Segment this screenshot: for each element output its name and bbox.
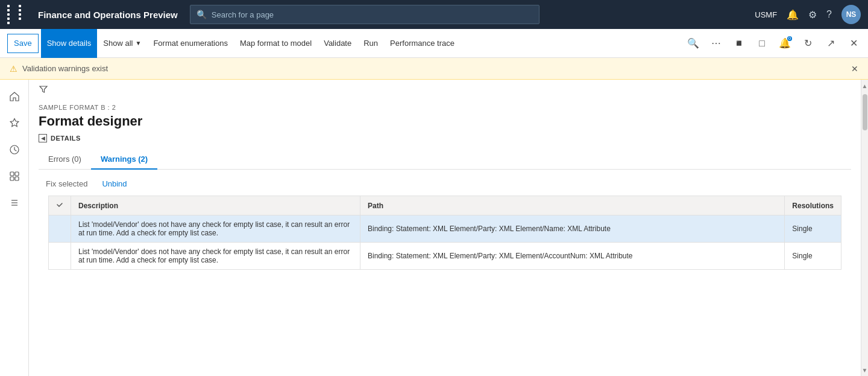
help-icon[interactable]: ? — [826, 9, 832, 20]
scroll-up-arrow[interactable]: ▲ — [861, 80, 869, 92]
scroll-down-arrow[interactable]: ▼ — [861, 364, 869, 376]
search-bar[interactable]: 🔍 — [190, 5, 539, 24]
table-row[interactable]: List 'model/Vendor' does not have any ch… — [49, 215, 841, 243]
page-subtitle: SAMPLE FORMAT B : 2 — [39, 104, 851, 111]
validate-button[interactable]: Validate — [318, 29, 357, 58]
svg-rect-1 — [10, 172, 14, 176]
run-button[interactable]: Run — [357, 29, 384, 58]
notifications-icon[interactable]: 🔔 — [787, 9, 799, 21]
performance-trace-button[interactable]: Performance trace — [384, 29, 461, 58]
app-grid-menu[interactable] — [7, 5, 28, 24]
app-title: Finance and Operations Preview — [38, 10, 178, 20]
sidebar — [0, 80, 29, 376]
svg-rect-2 — [15, 172, 19, 176]
refresh-icon[interactable]: ↻ — [798, 34, 817, 53]
row-resolutions-2: Single — [785, 243, 841, 270]
map-format-button[interactable]: Map format to model — [234, 29, 318, 58]
row-check-2 — [49, 243, 71, 270]
page-title: Format designer — [39, 113, 851, 129]
row-check-1 — [49, 215, 71, 243]
search-icon: 🔍 — [197, 10, 207, 19]
sidebar-item-workspaces[interactable] — [2, 164, 27, 188]
show-all-button[interactable]: Show all ▼ — [97, 29, 147, 58]
show-details-button[interactable]: Show details — [41, 29, 98, 58]
warning-close-button[interactable]: ✕ — [851, 64, 858, 74]
notification-badge: 0 — [787, 36, 792, 41]
sidebar-item-recent[interactable] — [2, 138, 27, 162]
search-toolbar-icon[interactable]: 🔍 — [684, 34, 703, 53]
row-description-1: List 'model/Vendor' does not have any ch… — [71, 215, 360, 243]
toggle-arrow-icon: ◀ — [39, 134, 47, 142]
tab-errors[interactable]: Errors (0) — [39, 150, 91, 170]
toolbar: Save Show details Show all ▼ Format enum… — [0, 29, 868, 58]
warnings-table: Description Path Resolutions List 'model… — [48, 196, 841, 270]
details-section: ◀ DETAILS — [29, 134, 861, 150]
company-selector[interactable]: USMF — [755, 10, 777, 19]
sidebar-item-list[interactable] — [2, 191, 27, 215]
row-description-2: List 'model/Vendor' does not have any ch… — [71, 243, 360, 270]
fix-selected-button[interactable]: Fix selected — [39, 177, 95, 191]
warning-bar: ⚠ Validation warnings exist ✕ — [0, 58, 868, 80]
details-label: DETAILS — [51, 135, 81, 142]
main-layout: SAMPLE FORMAT B : 2 Format designer ◀ DE… — [0, 80, 868, 376]
avatar[interactable]: NS — [841, 5, 861, 24]
table-row[interactable]: List 'model/Vendor' does not have any ch… — [49, 243, 841, 270]
view-icon[interactable]: □ — [752, 34, 772, 53]
chevron-down-icon: ▼ — [136, 40, 142, 46]
vertical-scrollbar[interactable]: ▲ ▼ — [861, 80, 868, 376]
details-toggle[interactable]: ◀ DETAILS — [39, 134, 851, 142]
search-input[interactable] — [212, 10, 533, 19]
col-header-resolutions: Resolutions — [785, 196, 841, 215]
sidebar-item-favorites[interactable] — [2, 111, 27, 135]
unbind-button[interactable]: Unbind — [95, 177, 134, 191]
action-row: Fix selected Unbind — [29, 170, 861, 196]
show-all-label: Show all — [103, 39, 133, 48]
top-navigation: Finance and Operations Preview 🔍 USMF 🔔 … — [0, 0, 868, 29]
svg-rect-4 — [15, 177, 19, 180]
col-header-description: Description — [71, 196, 360, 215]
filter-icon[interactable] — [39, 84, 48, 97]
row-path-2: Binding: Statement: XML Element/Party: X… — [360, 243, 785, 270]
notifications-toolbar-icon[interactable]: 🔔 0 — [775, 34, 794, 53]
col-header-path: Path — [360, 196, 785, 215]
tabs-container: Errors (0) Warnings (2) — [39, 150, 851, 170]
warnings-table-container: Description Path Resolutions List 'model… — [29, 196, 861, 376]
save-button[interactable]: Save — [7, 34, 39, 53]
toolbar-right-actions: 🔍 ⋯ ◾ □ 🔔 0 ↻ ↗ ✕ — [684, 34, 863, 53]
col-header-check — [49, 196, 71, 215]
scroll-thumb[interactable] — [863, 94, 867, 130]
more-options-icon[interactable]: ⋯ — [706, 34, 726, 53]
warning-icon: ⚠ — [10, 64, 17, 74]
row-path-1: Binding: Statement: XML Element/Party: X… — [360, 215, 785, 243]
close-icon[interactable]: ✕ — [844, 34, 863, 53]
popout-icon[interactable]: ↗ — [821, 34, 840, 53]
format-enumerations-button[interactable]: Format enumerations — [147, 29, 234, 58]
filter-bar — [29, 80, 861, 101]
content-area: SAMPLE FORMAT B : 2 Format designer ◀ DE… — [29, 80, 861, 376]
sidebar-item-home[interactable] — [2, 84, 27, 109]
row-resolutions-1: Single — [785, 215, 841, 243]
warning-message: Validation warnings exist — [22, 64, 108, 73]
top-nav-right: USMF 🔔 ⚙ ? NS — [755, 5, 861, 24]
svg-rect-3 — [10, 177, 14, 180]
settings-icon[interactable]: ⚙ — [808, 9, 817, 21]
puzzle-icon[interactable]: ◾ — [729, 34, 749, 53]
tab-warnings[interactable]: Warnings (2) — [91, 150, 157, 170]
page-header: SAMPLE FORMAT B : 2 Format designer — [29, 101, 861, 134]
